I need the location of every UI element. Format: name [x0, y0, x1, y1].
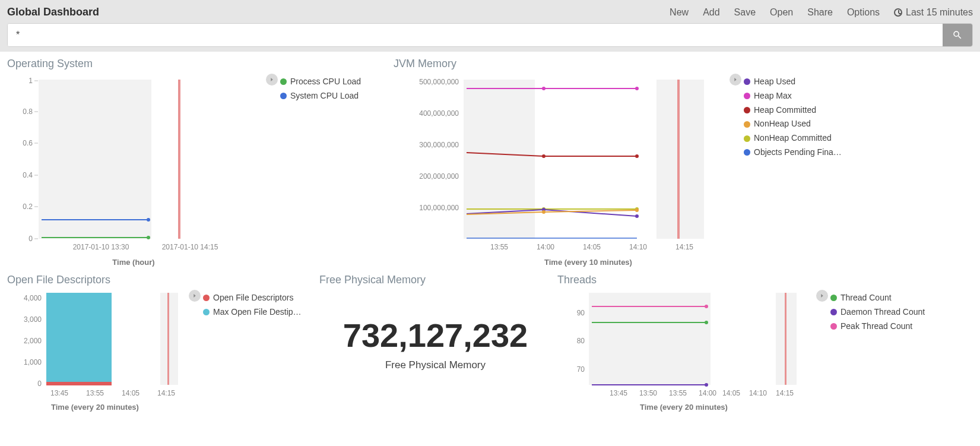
x-axis-label: Time (every 20 minutes) [6, 403, 184, 412]
legend-operating-system: Process CPU Load System CPU Load [280, 74, 361, 103]
search-button[interactable] [943, 24, 972, 46]
svg-text:14:15: 14:15 [675, 243, 693, 251]
svg-text:14:15: 14:15 [776, 389, 794, 397]
panel-threads: Threads 70 80 90 [556, 273, 980, 412]
panel-open-file-descriptors: Open File Descriptors 0 1,000 2,000 3,00… [6, 273, 315, 412]
svg-text:14:05: 14:05 [583, 243, 601, 251]
legend-item[interactable]: Daemon Thread Count [830, 305, 925, 320]
legend-dot [203, 309, 210, 315]
svg-point-35 [542, 210, 545, 214]
toolbar: Global Dashboard New Add Save Open Share… [0, 0, 980, 52]
chevron-right-icon[interactable] [730, 74, 741, 86]
menu-add[interactable]: Add [703, 7, 719, 18]
legend-item[interactable]: Peak Thread Count [830, 320, 925, 334]
legend-item[interactable]: Heap Max [744, 89, 842, 103]
legend-item[interactable]: Heap Committed [744, 103, 842, 118]
svg-text:13:50: 13:50 [639, 389, 657, 397]
legend-ofd: Open File Descriptors Max Open File Dest… [203, 290, 302, 320]
legend-item[interactable]: Open File Descriptors [203, 291, 302, 305]
svg-point-14 [147, 218, 150, 222]
legend-dot [744, 107, 750, 113]
menu-new[interactable]: New [670, 7, 689, 18]
time-range-picker[interactable]: Last 15 minutes [894, 7, 973, 18]
svg-text:14:05: 14:05 [122, 389, 139, 397]
svg-text:500,000,000: 500,000,000 [419, 78, 459, 86]
chart-open-file-descriptors[interactable]: 0 1,000 2,000 3,000 4,000 13:45 13:55 [6, 290, 184, 403]
menu-open[interactable]: Open [770, 7, 793, 18]
panel-title: Threads [557, 274, 980, 286]
legend-item[interactable]: Process CPU Load [280, 75, 361, 89]
svg-text:4,000: 4,000 [24, 294, 42, 302]
time-range-label: Last 15 minutes [906, 7, 973, 18]
legend-dot [830, 323, 837, 330]
svg-text:14:10: 14:10 [629, 243, 647, 251]
svg-text:14:05: 14:05 [722, 389, 740, 397]
legend-item[interactable]: System CPU Load [280, 89, 361, 103]
svg-text:14:10: 14:10 [749, 389, 767, 397]
legend-dot [744, 121, 750, 128]
legend-item[interactable]: Heap Used [744, 75, 842, 89]
menu-share[interactable]: Share [807, 7, 833, 18]
search-icon [952, 30, 963, 40]
legend-item[interactable]: NonHeap Committed [744, 131, 842, 145]
svg-text:13:45: 13:45 [50, 389, 68, 397]
clock-icon [894, 8, 902, 17]
svg-point-34 [635, 214, 639, 218]
legend-item[interactable]: Thread Count [830, 291, 925, 305]
svg-text:0.4: 0.4 [23, 171, 33, 179]
svg-text:0: 0 [28, 235, 33, 243]
legend-dot [280, 93, 287, 99]
menu-options[interactable]: Options [847, 7, 880, 18]
page-title: Global Dashboard [7, 6, 99, 18]
panel-jvm-memory: JVM Memory 100,000,000 200,000,000 300,0… [392, 56, 980, 267]
metric-label: Free Physical Memory [318, 359, 553, 371]
panel-operating-system: Operating System 0 0.2 0.4 0.6 0.8 1 [6, 56, 389, 267]
legend-item[interactable]: NonHeap Used [744, 117, 842, 131]
x-axis-label: Time (every 10 minutes) [392, 258, 725, 267]
legend-dot [830, 309, 837, 315]
svg-point-27 [542, 87, 545, 90]
svg-point-29 [542, 154, 545, 158]
chart-operating-system[interactable]: 0 0.2 0.4 0.6 0.8 1 [6, 74, 261, 258]
chevron-right-icon[interactable] [266, 74, 278, 86]
chart-threads[interactable]: 70 80 90 13:45 13:50 [556, 290, 811, 403]
menu-save[interactable]: Save [734, 7, 756, 18]
legend-dot [744, 78, 750, 85]
legend-jvm-memory: Heap Used Heap Max Heap Committed NonHea… [744, 74, 842, 160]
svg-point-28 [635, 87, 639, 90]
svg-rect-67 [785, 293, 786, 385]
legend-item[interactable]: Objects Pending Fina… [744, 145, 842, 160]
svg-text:90: 90 [577, 309, 585, 317]
svg-text:100,000,000: 100,000,000 [419, 204, 459, 212]
svg-text:400,000,000: 400,000,000 [419, 109, 459, 118]
panel-title: Free Physical Memory [319, 274, 553, 286]
chevron-right-icon[interactable] [189, 290, 201, 302]
svg-text:13:55: 13:55 [669, 389, 687, 397]
svg-text:2017-01-10 13:30: 2017-01-10 13:30 [73, 243, 129, 251]
svg-text:2017-01-10 14:15: 2017-01-10 14:15 [162, 243, 218, 251]
svg-point-30 [635, 154, 639, 158]
svg-point-36 [635, 208, 639, 212]
legend-dot [744, 135, 750, 142]
svg-text:0.6: 0.6 [23, 139, 33, 147]
svg-point-16 [147, 236, 150, 239]
svg-point-66 [705, 383, 708, 387]
svg-text:3,000: 3,000 [24, 315, 42, 324]
svg-point-62 [705, 305, 708, 308]
panel-free-physical-memory: Free Physical Memory 732,127,232 Free Ph… [318, 273, 553, 412]
chart-jvm-memory[interactable]: 100,000,000 200,000,000 300,000,000 400,… [392, 74, 725, 258]
menu: New Add Save Open Share Options Last 15 … [670, 7, 973, 18]
svg-text:2,000: 2,000 [24, 337, 42, 345]
metric-value: 732,127,232 [318, 316, 553, 355]
svg-text:300,000,000: 300,000,000 [419, 141, 459, 149]
panel-title: Operating System [7, 58, 389, 70]
svg-text:14:15: 14:15 [157, 389, 175, 397]
svg-rect-17 [178, 80, 180, 239]
x-axis-label: Time (hour) [6, 258, 261, 267]
svg-text:200,000,000: 200,000,000 [419, 172, 459, 181]
search-input[interactable] [8, 24, 943, 46]
svg-text:0.2: 0.2 [23, 203, 33, 211]
chevron-right-icon[interactable] [816, 290, 828, 302]
legend-item[interactable]: Max Open File Destip… [203, 305, 302, 320]
svg-text:0: 0 [37, 379, 42, 388]
